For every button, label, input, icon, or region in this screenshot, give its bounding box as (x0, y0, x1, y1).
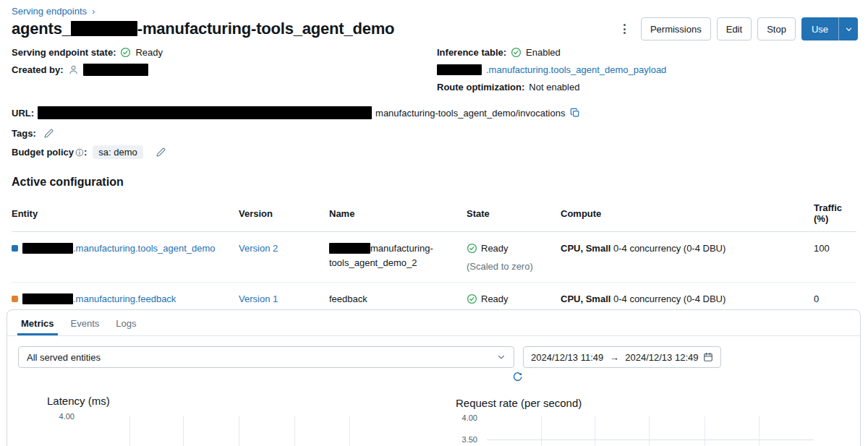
edit-budget-pencil-icon[interactable] (156, 147, 166, 158)
gridline-vertical (705, 416, 705, 446)
budget-policy-row: Budget policy : sa: demo (12, 145, 166, 159)
entity-cell: .manufacturing.tools_agent_demo (12, 232, 239, 283)
latency-ytick-4: 4.00 (43, 412, 75, 421)
state-label: Serving endpoint state: (12, 47, 116, 58)
refresh-button[interactable] (512, 371, 524, 382)
edit-button[interactable]: Edit (717, 17, 752, 40)
stop-button[interactable]: Stop (757, 17, 796, 40)
inference-table-value: Enabled (526, 47, 561, 58)
use-dropdown-button[interactable] (838, 17, 858, 40)
state-value: Ready (481, 241, 509, 256)
page-title: agents_-manufacturing-tools_agent_demo (12, 20, 394, 38)
chevron-right-icon: › (92, 6, 95, 17)
gridline-vertical (129, 416, 130, 446)
arrow-right-icon: → (608, 352, 621, 363)
copy-icon[interactable] (570, 108, 580, 118)
date-range-from[interactable]: 2024/12/13 11:49 (531, 352, 603, 363)
compute-size: CPU, Small (561, 243, 610, 254)
chevron-down-icon (845, 25, 853, 33)
date-range-picker[interactable]: 2024/12/13 11:49 → 2024/12/13 12:49 (523, 346, 721, 368)
date-range-to[interactable]: 2024/12/13 12:49 (625, 352, 698, 363)
check-circle-icon (120, 47, 131, 58)
inference-table-row: Inference table: Enabled (437, 46, 666, 59)
overview-right-column: Inference table: Enabled .manufacturing.… (437, 46, 666, 98)
state-value: Ready (481, 292, 509, 306)
breadcrumb: Serving endpoints › (12, 6, 95, 17)
check-circle-icon (467, 243, 477, 254)
active-configuration-title: Active configuration (12, 176, 124, 189)
request-rate-ytick-35: 3.50 (446, 435, 477, 444)
served-entities-select-value: All served entities (27, 352, 101, 363)
traffic-cell: 100 (814, 232, 856, 283)
state-note: (Scaled to zero) (467, 260, 555, 274)
tags-row: Tags: (12, 128, 54, 139)
column-header-state: State (467, 197, 561, 232)
check-circle-icon (511, 47, 522, 58)
entity-link[interactable]: .manufacturing.feedback (73, 293, 176, 304)
served-name-line1: manufacturing- (370, 243, 433, 254)
charts-area: Latency (ms) 4.00 Request rate (per seco… (0, 390, 868, 446)
redacted-text (22, 293, 73, 304)
version-link[interactable]: Version 1 (239, 293, 278, 304)
kebab-menu-button[interactable] (618, 17, 632, 40)
use-button[interactable]: Use (801, 17, 838, 40)
url-row: URL: manufacturing-tools_agent_demo/invo… (12, 106, 580, 119)
budget-policy-colon: : (84, 147, 87, 158)
table-row: .manufacturing.tools_agent_demo Version … (12, 232, 856, 283)
url-visible-path: manufacturing-tools_agent_demo/invocatio… (375, 108, 565, 119)
redacted-text (38, 106, 372, 119)
entity-function-icon (12, 296, 18, 302)
tab-events[interactable]: Events (67, 318, 103, 335)
chevron-down-icon (497, 353, 506, 361)
tab-metrics[interactable]: Metrics (17, 318, 58, 335)
column-header-version: Version (239, 197, 329, 232)
page: { "breadcrumb": { "label": "Serving endp… (0, 0, 868, 446)
redacted-text (83, 64, 148, 76)
breadcrumb-link-serving-endpoints[interactable]: Serving endpoints (12, 6, 87, 17)
compute-size: CPU, Small (561, 293, 610, 304)
column-header-traffic: Traffic (%) (814, 197, 856, 232)
metrics-controls: All served entities 2024/12/13 11:49 → 2… (18, 346, 849, 368)
tab-bar: Metrics Events Logs (7, 310, 860, 336)
entity-model-icon (12, 245, 18, 252)
created-by-row: Created by: (12, 64, 163, 76)
budget-policy-label: Budget policy (12, 147, 74, 158)
column-header-compute: Compute (561, 197, 814, 232)
version-link[interactable]: Version 2 (239, 243, 278, 254)
title-bar: agents_-manufacturing-tools_agent_demo P… (12, 17, 858, 40)
route-optimization-value: Not enabled (529, 82, 579, 93)
column-header-entity: Entity (12, 197, 239, 232)
redacted-text (22, 243, 73, 254)
served-name-line1: feedback (329, 293, 367, 304)
url-label: URL: (12, 108, 34, 119)
tab-logs[interactable]: Logs (112, 318, 140, 335)
served-entities-select[interactable]: All served entities (18, 346, 514, 368)
compute-detail: 0-4 concurrency (0-4 DBU) (613, 293, 726, 304)
permissions-button[interactable]: Permissions (641, 17, 711, 40)
serving-endpoint-state-row: Serving endpoint state: Ready (12, 46, 163, 59)
redacted-text (329, 243, 370, 254)
gridline-vertical (349, 416, 350, 446)
request-rate-ytick-4: 4.00 (446, 413, 477, 422)
refresh-icon (512, 371, 523, 382)
gridline-vertical (294, 416, 295, 446)
request-rate-chart-title: Request rate (per second) (456, 397, 582, 409)
payload-table-link[interactable]: .manufacturing.tools_agent_demo_payload (486, 64, 666, 75)
gridline-vertical (183, 416, 184, 446)
use-split-button: Use (801, 17, 858, 40)
overview-left-column: Serving endpoint state: Ready Created by… (12, 46, 163, 81)
redacted-text (437, 64, 482, 75)
created-by-label: Created by: (12, 64, 64, 75)
check-circle-icon (467, 293, 477, 304)
name-cell: manufacturing- tools_agent_demo_2 (329, 232, 467, 283)
edit-tags-pencil-icon[interactable] (43, 128, 54, 139)
user-icon (68, 64, 79, 75)
redacted-text (71, 21, 137, 36)
calendar-icon[interactable] (703, 352, 713, 362)
payload-table-row: .manufacturing.tools_agent_demo_payload (437, 64, 666, 76)
entity-link[interactable]: .manufacturing.tools_agent_demo (73, 243, 216, 254)
compute-detail: 0-4 concurrency (0-4 DBU) (613, 243, 726, 254)
gridline-vertical (595, 416, 595, 446)
gridline-vertical (759, 416, 760, 446)
state-cell: Ready (Scaled to zero) (467, 232, 561, 283)
